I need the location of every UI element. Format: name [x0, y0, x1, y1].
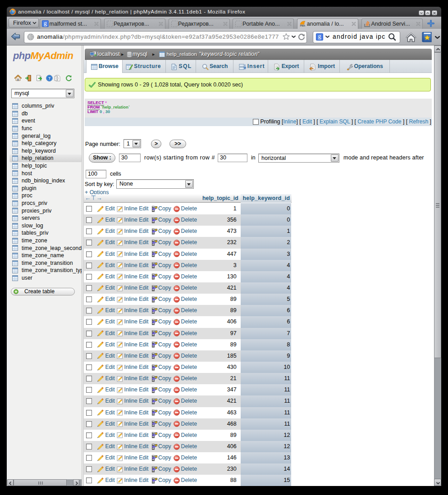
svg-text:PMA: PMA	[300, 24, 306, 27]
